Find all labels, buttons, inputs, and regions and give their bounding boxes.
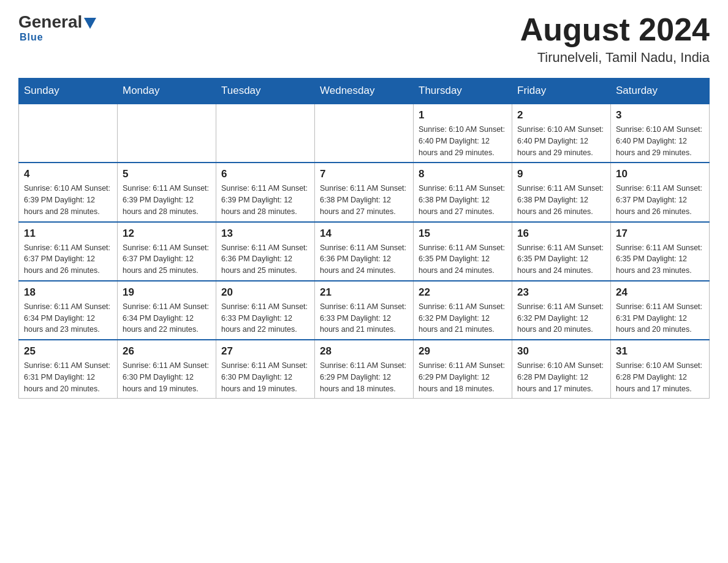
day-cell: 24Sunrise: 6:11 AM Sunset: 6:31 PM Dayli… xyxy=(611,281,710,340)
day-number: 17 xyxy=(616,228,704,240)
day-number: 15 xyxy=(419,228,507,240)
week-row-5: 25Sunrise: 6:11 AM Sunset: 6:31 PM Dayli… xyxy=(19,340,710,399)
weekday-header-monday: Monday xyxy=(118,79,216,104)
day-number: 22 xyxy=(419,286,507,299)
day-number: 9 xyxy=(517,168,605,180)
day-number: 3 xyxy=(616,109,704,121)
day-info: Sunrise: 6:11 AM Sunset: 6:30 PM Dayligh… xyxy=(221,360,309,394)
day-cell: 21Sunrise: 6:11 AM Sunset: 6:33 PM Dayli… xyxy=(315,281,414,340)
day-cell: 19Sunrise: 6:11 AM Sunset: 6:34 PM Dayli… xyxy=(118,281,216,340)
week-row-4: 18Sunrise: 6:11 AM Sunset: 6:34 PM Dayli… xyxy=(19,281,710,340)
day-cell: 20Sunrise: 6:11 AM Sunset: 6:33 PM Dayli… xyxy=(216,281,315,340)
location-title: Tirunelveli, Tamil Nadu, India xyxy=(520,50,710,66)
weekday-header-thursday: Thursday xyxy=(414,79,512,104)
day-info: Sunrise: 6:11 AM Sunset: 6:29 PM Dayligh… xyxy=(419,360,507,394)
day-info: Sunrise: 6:10 AM Sunset: 6:40 PM Dayligh… xyxy=(517,124,605,158)
day-number: 16 xyxy=(517,228,605,240)
logo-triangle-icon xyxy=(84,18,96,29)
calendar-table: SundayMondayTuesdayWednesdayThursdayFrid… xyxy=(18,78,710,399)
day-info: Sunrise: 6:11 AM Sunset: 6:35 PM Dayligh… xyxy=(517,242,605,277)
day-cell: 14Sunrise: 6:11 AM Sunset: 6:36 PM Dayli… xyxy=(315,222,414,281)
weekday-header-sunday: Sunday xyxy=(19,79,118,104)
logo-blue-text: Blue xyxy=(20,32,44,43)
day-info: Sunrise: 6:11 AM Sunset: 6:38 PM Dayligh… xyxy=(419,183,507,217)
logo: General Blue xyxy=(18,12,96,43)
day-info: Sunrise: 6:11 AM Sunset: 6:30 PM Dayligh… xyxy=(123,360,211,394)
day-cell: 9Sunrise: 6:11 AM Sunset: 6:38 PM Daylig… xyxy=(512,163,611,221)
day-info: Sunrise: 6:11 AM Sunset: 6:32 PM Dayligh… xyxy=(517,301,605,335)
day-info: Sunrise: 6:11 AM Sunset: 6:34 PM Dayligh… xyxy=(24,301,112,335)
day-info: Sunrise: 6:11 AM Sunset: 6:39 PM Dayligh… xyxy=(123,183,211,217)
day-cell: 31Sunrise: 6:10 AM Sunset: 6:28 PM Dayli… xyxy=(611,340,710,399)
day-number: 31 xyxy=(616,345,704,358)
day-info: Sunrise: 6:10 AM Sunset: 6:28 PM Dayligh… xyxy=(616,360,704,394)
day-cell: 11Sunrise: 6:11 AM Sunset: 6:37 PM Dayli… xyxy=(19,222,118,281)
day-number: 27 xyxy=(221,345,309,358)
weekday-header-tuesday: Tuesday xyxy=(216,79,315,104)
weekday-header-friday: Friday xyxy=(512,79,611,104)
day-cell: 25Sunrise: 6:11 AM Sunset: 6:31 PM Dayli… xyxy=(19,340,118,399)
day-cell xyxy=(315,104,414,163)
logo-general: General xyxy=(18,12,82,32)
day-number: 6 xyxy=(221,168,309,180)
day-number: 7 xyxy=(320,168,408,180)
day-number: 28 xyxy=(320,345,408,358)
logo-text: General xyxy=(18,12,96,32)
day-cell: 28Sunrise: 6:11 AM Sunset: 6:29 PM Dayli… xyxy=(315,340,414,399)
day-cell: 4Sunrise: 6:10 AM Sunset: 6:39 PM Daylig… xyxy=(19,163,118,221)
day-info: Sunrise: 6:11 AM Sunset: 6:32 PM Dayligh… xyxy=(419,301,507,335)
day-info: Sunrise: 6:11 AM Sunset: 6:29 PM Dayligh… xyxy=(320,360,408,394)
day-number: 25 xyxy=(24,345,112,358)
day-info: Sunrise: 6:11 AM Sunset: 6:31 PM Dayligh… xyxy=(616,301,704,335)
day-cell: 13Sunrise: 6:11 AM Sunset: 6:36 PM Dayli… xyxy=(216,222,315,281)
day-info: Sunrise: 6:11 AM Sunset: 6:35 PM Dayligh… xyxy=(616,242,704,277)
day-number: 11 xyxy=(24,228,112,240)
day-cell: 18Sunrise: 6:11 AM Sunset: 6:34 PM Dayli… xyxy=(19,281,118,340)
day-info: Sunrise: 6:11 AM Sunset: 6:38 PM Dayligh… xyxy=(320,183,408,217)
day-cell xyxy=(19,104,118,163)
day-info: Sunrise: 6:10 AM Sunset: 6:39 PM Dayligh… xyxy=(24,183,112,217)
day-info: Sunrise: 6:11 AM Sunset: 6:38 PM Dayligh… xyxy=(517,183,605,217)
day-info: Sunrise: 6:11 AM Sunset: 6:33 PM Dayligh… xyxy=(221,301,309,335)
day-cell: 7Sunrise: 6:11 AM Sunset: 6:38 PM Daylig… xyxy=(315,163,414,221)
day-number: 21 xyxy=(320,286,408,299)
day-cell: 3Sunrise: 6:10 AM Sunset: 6:40 PM Daylig… xyxy=(611,104,710,163)
day-cell: 29Sunrise: 6:11 AM Sunset: 6:29 PM Dayli… xyxy=(414,340,512,399)
weekday-header-saturday: Saturday xyxy=(611,79,710,104)
day-number: 2 xyxy=(517,109,605,121)
day-cell: 8Sunrise: 6:11 AM Sunset: 6:38 PM Daylig… xyxy=(414,163,512,221)
day-number: 26 xyxy=(123,345,211,358)
day-info: Sunrise: 6:11 AM Sunset: 6:37 PM Dayligh… xyxy=(123,242,211,277)
day-cell: 27Sunrise: 6:11 AM Sunset: 6:30 PM Dayli… xyxy=(216,340,315,399)
page-header: General Blue August 2024 Tirunelveli, Ta… xyxy=(18,12,710,66)
day-cell: 22Sunrise: 6:11 AM Sunset: 6:32 PM Dayli… xyxy=(414,281,512,340)
day-cell xyxy=(216,104,315,163)
weekday-header-row: SundayMondayTuesdayWednesdayThursdayFrid… xyxy=(19,79,710,104)
day-number: 20 xyxy=(221,286,309,299)
day-number: 14 xyxy=(320,228,408,240)
day-number: 30 xyxy=(517,345,605,358)
day-info: Sunrise: 6:11 AM Sunset: 6:34 PM Dayligh… xyxy=(123,301,211,335)
day-cell: 30Sunrise: 6:10 AM Sunset: 6:28 PM Dayli… xyxy=(512,340,611,399)
day-cell xyxy=(118,104,216,163)
day-cell: 10Sunrise: 6:11 AM Sunset: 6:37 PM Dayli… xyxy=(611,163,710,221)
day-number: 24 xyxy=(616,286,704,299)
day-number: 5 xyxy=(123,168,211,180)
day-info: Sunrise: 6:10 AM Sunset: 6:28 PM Dayligh… xyxy=(517,360,605,394)
day-info: Sunrise: 6:10 AM Sunset: 6:40 PM Dayligh… xyxy=(616,124,704,158)
title-block: August 2024 Tirunelveli, Tamil Nadu, Ind… xyxy=(520,12,710,66)
day-number: 18 xyxy=(24,286,112,299)
day-number: 19 xyxy=(123,286,211,299)
day-info: Sunrise: 6:11 AM Sunset: 6:39 PM Dayligh… xyxy=(221,183,309,217)
day-number: 12 xyxy=(123,228,211,240)
week-row-2: 4Sunrise: 6:10 AM Sunset: 6:39 PM Daylig… xyxy=(19,163,710,221)
day-number: 23 xyxy=(517,286,605,299)
day-number: 10 xyxy=(616,168,704,180)
day-number: 8 xyxy=(419,168,507,180)
day-cell: 26Sunrise: 6:11 AM Sunset: 6:30 PM Dayli… xyxy=(118,340,216,399)
day-info: Sunrise: 6:11 AM Sunset: 6:37 PM Dayligh… xyxy=(24,242,112,277)
day-number: 29 xyxy=(419,345,507,358)
day-number: 4 xyxy=(24,168,112,180)
day-info: Sunrise: 6:11 AM Sunset: 6:35 PM Dayligh… xyxy=(419,242,507,277)
day-cell: 2Sunrise: 6:10 AM Sunset: 6:40 PM Daylig… xyxy=(512,104,611,163)
